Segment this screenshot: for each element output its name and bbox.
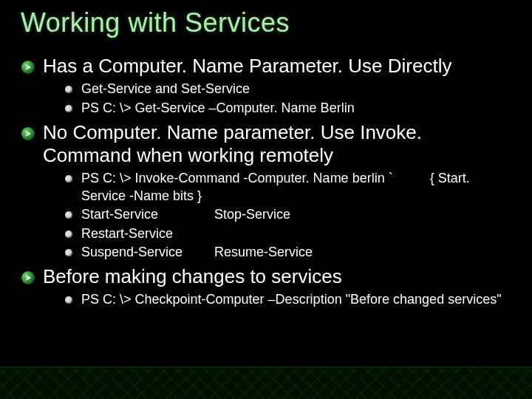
slide-title: Working with Services	[21, 7, 511, 38]
col1: Suspend-Service	[81, 244, 214, 261]
col2: Resume-Service	[214, 244, 313, 261]
arrow-circle-icon	[21, 60, 35, 75]
list-item: Suspend-Service Resume-Service	[65, 244, 511, 261]
heading-text: Before making changes to services	[43, 265, 342, 288]
item-text: Restart-Service	[81, 225, 214, 242]
slide: Working with Services Has a Computer. Na…	[0, 0, 532, 399]
heading-text: Has a Computer. Name Parameter. Use Dire…	[43, 55, 451, 78]
col1: Restart-Service	[81, 225, 214, 242]
dot-icon	[65, 211, 72, 219]
item-text: PS C: \> Get-Service –Computer. Name Ber…	[81, 100, 355, 117]
list-item: PS C: \> Invoke-Command -Computer. Name …	[65, 170, 511, 205]
arrow-circle-icon	[21, 270, 35, 285]
dot-icon	[65, 231, 72, 238]
footer-decoration	[0, 366, 532, 399]
dot-icon	[65, 86, 72, 93]
list-item: PS C: \> Checkpoint-Computer –Descriptio…	[65, 291, 511, 308]
dot-icon	[65, 249, 72, 256]
arrow-circle-icon	[21, 126, 35, 141]
dot-icon	[65, 296, 72, 304]
list-item: PS C: \> Get-Service –Computer. Name Ber…	[65, 100, 511, 117]
dot-icon	[65, 105, 72, 112]
sub-list: PS C: \> Invoke-Command -Computer. Name …	[65, 170, 511, 261]
bullet-has-computername: Has a Computer. Name Parameter. Use Dire…	[21, 55, 511, 78]
item-text: Suspend-Service Resume-Service	[81, 244, 313, 261]
sub-list: PS C: \> Checkpoint-Computer –Descriptio…	[65, 291, 511, 308]
list-item: Start-Service Stop-Service	[65, 206, 511, 223]
item-text: PS C: \> Invoke-Command -Computer. Name …	[81, 170, 511, 205]
list-item: Restart-Service	[65, 225, 511, 242]
item-text: PS C: \> Checkpoint-Computer –Descriptio…	[81, 291, 502, 308]
invoke-cmd-left: PS C: \> Invoke-Command -Computer. Name …	[81, 171, 393, 185]
col1: Start-Service	[81, 206, 214, 223]
bullet-before-changes: Before making changes to services	[21, 265, 511, 288]
col2: Stop-Service	[214, 206, 290, 223]
item-text: Start-Service Stop-Service	[81, 206, 290, 223]
dot-icon	[65, 175, 72, 183]
sub-list: Get-Service and Set-Service PS C: \> Get…	[65, 81, 511, 117]
list-item: Get-Service and Set-Service	[65, 81, 511, 98]
item-text: Get-Service and Set-Service	[81, 81, 250, 98]
heading-text: No Computer. Name parameter. Use Invoke.…	[43, 121, 511, 167]
bullet-no-computername: No Computer. Name parameter. Use Invoke.…	[21, 121, 511, 167]
